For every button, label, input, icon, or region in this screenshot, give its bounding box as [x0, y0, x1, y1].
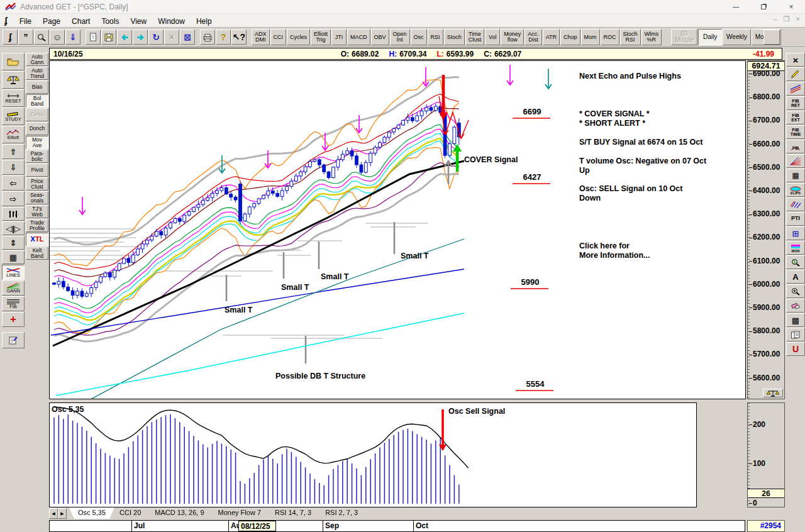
study-toggle-donch[interactable]: Donch	[26, 122, 48, 135]
study-button-cci[interactable]: CCI	[270, 29, 287, 45]
parallel-lines-button[interactable]	[786, 82, 805, 96]
dither-box-button[interactable]: ▩	[786, 313, 805, 327]
study-button-cycles[interactable]: Cycles	[287, 29, 310, 45]
context-help-button[interactable]: ↖?	[231, 30, 247, 45]
oscillator-pane[interactable]: Osc Sell SignalOsc 5,35	[49, 402, 697, 507]
compress-button[interactable]: ⇕	[2, 236, 25, 250]
tab-scroll-right-button[interactable]: ▶	[58, 508, 67, 519]
study-button-stoch[interactable]: Stoch RSI	[620, 29, 641, 45]
pencil-button[interactable]	[786, 67, 805, 81]
scales-button[interactable]	[2, 71, 25, 89]
value-probe-button[interactable]: 1	[786, 255, 805, 269]
study-button-macd[interactable]: MACD	[347, 29, 370, 45]
mob-button[interactable]: MOB	[786, 241, 805, 255]
trainer-button[interactable]: ☺	[50, 30, 65, 45]
scroll-down-button[interactable]: ⇩	[2, 160, 25, 175]
study-button-rsi[interactable]: RSI	[428, 29, 443, 45]
study-button-money[interactable]: Money flow	[501, 29, 524, 45]
timeframe-daily[interactable]: Daily	[698, 29, 722, 45]
tab-money-flow-7[interactable]: Money Flow 7	[209, 507, 270, 519]
study-toggle-bol[interactable]: Bol Band	[26, 94, 48, 108]
menu-help[interactable]: Help	[191, 16, 218, 27]
mdi-close-button[interactable]: ×	[796, 15, 800, 23]
pages-setup-button[interactable]: ⊠	[180, 30, 195, 45]
tab-macd-13-26-9[interactable]: MACD 13, 26, 9	[146, 507, 213, 519]
study-button-adx[interactable]: ADX DMI	[252, 29, 270, 45]
study-button[interactable]: STUDY	[2, 108, 25, 125]
axis-scale-button[interactable]	[763, 389, 783, 397]
restore-button[interactable]	[750, 0, 777, 14]
study-button-acc[interactable]: Acc. Dist	[525, 29, 542, 45]
timeframe-weekly[interactable]: Weekly	[723, 29, 751, 45]
child-window-icon[interactable]: ʄ	[4, 16, 8, 26]
crosshair-button[interactable]: +	[2, 312, 25, 327]
study-toggle-mov[interactable]: Mov Ave	[26, 136, 48, 149]
blue-grid-button[interactable]: ⊞	[786, 226, 805, 240]
magnet-u-button[interactable]: U	[786, 342, 805, 356]
prev-page-button[interactable]	[117, 30, 132, 45]
study-button-open[interactable]: Open Int	[390, 29, 410, 45]
study-toggle-tjs[interactable]: TJ's Web	[26, 205, 48, 218]
close-button[interactable]: ×	[777, 0, 805, 14]
refresh-page-button[interactable]: ↻	[148, 30, 164, 45]
mdi-minimize-button[interactable]: –	[774, 15, 777, 23]
study-toggle-kelt[interactable]: Kelt Band	[26, 247, 48, 260]
lines-button[interactable]: LINES	[2, 265, 25, 280]
properties-button[interactable]	[2, 332, 25, 348]
study-button-vol[interactable]: Vol	[485, 29, 500, 45]
fib-extension-button[interactable]: FIB EXT	[786, 111, 805, 125]
study-toggle-delta[interactable]: Delta	[26, 108, 48, 121]
price-bars-button[interactable]	[2, 207, 25, 221]
study-toggle-trade[interactable]: Trade Profile	[26, 219, 48, 232]
delete-page-button[interactable]: ×	[164, 30, 179, 45]
eraser-button[interactable]	[786, 299, 805, 313]
study-toggle-xtl[interactable]: XTL	[26, 233, 48, 246]
print-button[interactable]	[200, 30, 215, 45]
study-button-chop[interactable]: Chop	[560, 29, 580, 45]
grid-button[interactable]: ▦	[2, 250, 25, 264]
drawing-grid-button[interactable]: ▦	[786, 169, 805, 182]
study-toggle-bias[interactable]: Bias	[26, 80, 48, 94]
tab-scroll-left-button[interactable]: ◀	[49, 508, 58, 519]
notes-button[interactable]	[786, 328, 805, 341]
new-page-button[interactable]	[86, 30, 101, 45]
quote-download-button[interactable]: ⇓	[65, 30, 80, 45]
price-chart[interactable]: 6699642759905554Next Echo and Pulse High…	[49, 60, 746, 399]
help-button[interactable]: ?	[216, 30, 231, 45]
oscillator-axis[interactable]: 200100 26 0	[747, 402, 785, 507]
tab-osc-5-35[interactable]: Osc 5,35	[69, 507, 114, 519]
fib-retracement-button[interactable]: FIB RET	[786, 96, 805, 110]
scroll-up-button[interactable]: ⇧	[2, 144, 25, 159]
reset-button[interactable]: RESET	[2, 89, 25, 107]
price-axis[interactable]: 6924.71 6900.006800.006700.006600.006500…	[747, 60, 785, 399]
fan-lines-button[interactable]	[786, 154, 805, 168]
menu-page[interactable]: Page	[37, 16, 66, 27]
fib-button[interactable]: FIB	[2, 296, 25, 311]
toolbar-spacer-button[interactable]	[763, 30, 780, 45]
study-toggle-auto[interactable]: Auto Gann	[26, 53, 48, 66]
study-toggle-price[interactable]: Price Clust	[26, 177, 48, 191]
study-button-wlms[interactable]: Wlms %R	[641, 29, 662, 45]
zoom-tool-button[interactable]	[34, 30, 49, 45]
study-button-atr[interactable]: ATR	[543, 29, 560, 45]
save-page-button[interactable]	[101, 30, 116, 45]
chart-pin-button[interactable]: ʄ	[3, 30, 18, 45]
study-button-stoch[interactable]: Stoch	[444, 29, 465, 45]
fib-time-button[interactable]: FIB TIME	[786, 125, 805, 139]
study-button-jti[interactable]: JTI	[331, 29, 347, 45]
expert-commentary-button[interactable]: ”	[18, 30, 33, 45]
menu-window[interactable]: Window	[152, 16, 191, 27]
elliott-button[interactable]: Elliott	[2, 126, 25, 143]
hatch-lines-button[interactable]	[786, 197, 805, 211]
menu-tools[interactable]: Tools	[96, 16, 125, 27]
study-button-osc[interactable]: Osc	[411, 29, 427, 45]
date-marker-box[interactable]: 08/12/25	[238, 521, 276, 531]
gann-button[interactable]: GANN	[2, 280, 25, 296]
open-chart-button[interactable]	[2, 53, 25, 70]
menu-file[interactable]: File	[14, 16, 37, 27]
scroll-left-button[interactable]: ⇦	[2, 175, 25, 191]
date-axis[interactable]: JulAuSepOct08/12/25	[49, 520, 745, 532]
tab-rsi-2-7-3[interactable]: RSI 2, 7, 3	[316, 507, 367, 519]
timeframe-60-minute[interactable]: 60 Minute	[671, 29, 697, 45]
minimize-button[interactable]	[722, 0, 750, 14]
